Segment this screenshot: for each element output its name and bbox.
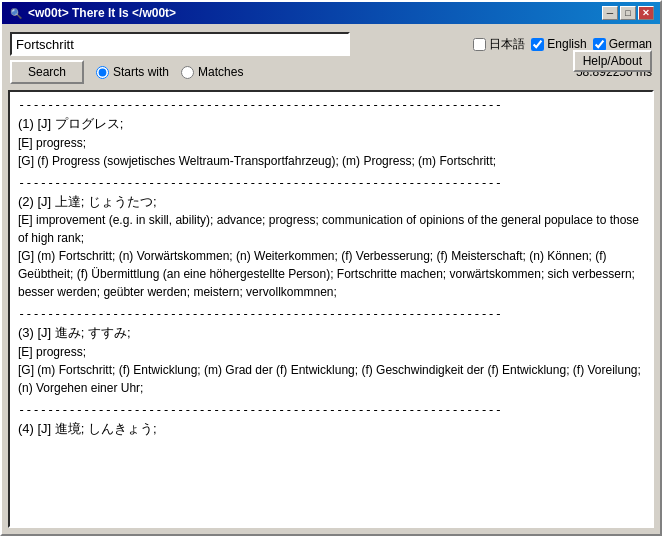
- entry-1-de: [G] (f) Progress (sowjetisches Weltraum-…: [18, 152, 644, 170]
- help-button[interactable]: Help/About: [573, 50, 652, 72]
- entry-1: (1) [J] プログレス; [E] progress; [G] (f) Pro…: [18, 114, 644, 170]
- maximize-button[interactable]: □: [620, 6, 636, 20]
- entry-3: (3) [J] 進み; すすみ; [E] progress; [G] (m) F…: [18, 323, 644, 397]
- main-window: 🔍 <w00t> There It Is </w00t> ─ □ ✕ Help/…: [0, 0, 662, 536]
- starts-with-label: Starts with: [113, 65, 169, 79]
- title-bar: 🔍 <w00t> There It Is </w00t> ─ □ ✕: [2, 2, 660, 24]
- japanese-checkbox[interactable]: [473, 38, 486, 51]
- entry-3-en: [E] progress;: [18, 343, 644, 361]
- starts-with-radio-label[interactable]: Starts with: [96, 65, 169, 79]
- entry-2-jp: (2) [J] 上達; じょうたつ;: [18, 192, 644, 212]
- entry-4: (4) [J] 進境; しんきょう;: [18, 419, 644, 439]
- divider-1: ----------------------------------------…: [18, 174, 644, 192]
- content-area: ----------------------------------------…: [8, 90, 654, 528]
- japanese-label: 日本語: [489, 36, 525, 53]
- matches-label: Matches: [198, 65, 243, 79]
- close-button[interactable]: ✕: [638, 6, 654, 20]
- title-buttons: ─ □ ✕: [602, 6, 654, 20]
- divider-0: ----------------------------------------…: [18, 96, 644, 114]
- content-scroll[interactable]: ----------------------------------------…: [10, 92, 652, 526]
- german-label: German: [609, 37, 652, 51]
- search-button[interactable]: Search: [10, 60, 84, 84]
- starts-with-radio[interactable]: [96, 66, 109, 79]
- minimize-button[interactable]: ─: [602, 6, 618, 20]
- entry-1-jp: (1) [J] プログレス;: [18, 114, 644, 134]
- app-icon: 🔍: [8, 5, 24, 21]
- search-input[interactable]: [10, 32, 350, 56]
- japanese-checkbox-label[interactable]: 日本語: [473, 36, 525, 53]
- entry-3-jp: (3) [J] 進み; すすみ;: [18, 323, 644, 343]
- matches-radio-label[interactable]: Matches: [181, 65, 243, 79]
- toolbar: 日本語 English German: [2, 28, 660, 56]
- divider-3: ----------------------------------------…: [18, 401, 644, 419]
- entry-3-de: [G] (m) Fortschritt; (f) Entwicklung; (m…: [18, 361, 644, 397]
- english-label: English: [547, 37, 586, 51]
- german-checkbox-label[interactable]: German: [593, 37, 652, 51]
- entry-2-de: [G] (m) Fortschritt; (n) Vorwärtskommen;…: [18, 247, 644, 301]
- english-checkbox-label[interactable]: English: [531, 37, 586, 51]
- title-bar-left: 🔍 <w00t> There It Is </w00t>: [8, 5, 176, 21]
- search-row: Search Starts with Matches 58.892250 ms: [2, 56, 660, 90]
- english-checkbox[interactable]: [531, 38, 544, 51]
- window-title: <w00t> There It Is </w00t>: [28, 6, 176, 20]
- matches-radio[interactable]: [181, 66, 194, 79]
- entry-2-en: [E] improvement (e.g. in skill, ability)…: [18, 211, 644, 247]
- entry-4-jp: (4) [J] 進境; しんきょう;: [18, 419, 644, 439]
- entry-2: (2) [J] 上達; じょうたつ; [E] improvement (e.g.…: [18, 192, 644, 302]
- entry-1-en: [E] progress;: [18, 134, 644, 152]
- divider-2: ----------------------------------------…: [18, 305, 644, 323]
- german-checkbox[interactable]: [593, 38, 606, 51]
- toolbar-left: [10, 32, 350, 56]
- header-row: Help/About: [2, 24, 660, 28]
